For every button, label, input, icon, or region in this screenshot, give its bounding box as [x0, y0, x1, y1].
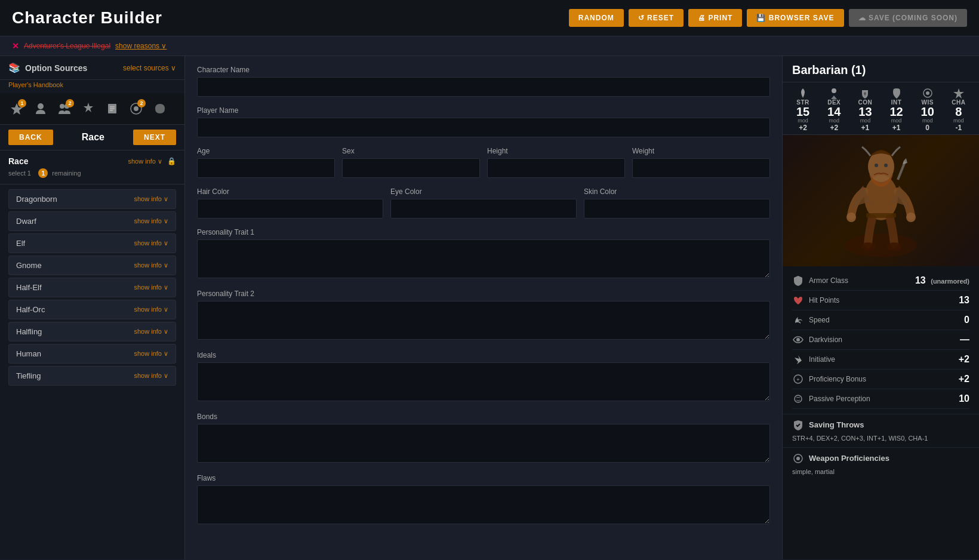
str-icon	[797, 87, 809, 99]
character-name-group: Character Name	[197, 66, 770, 97]
svg-point-11	[926, 91, 929, 95]
race-item-dwarf[interactable]: Dwarf show info ∨	[8, 211, 176, 231]
dex-icon	[828, 87, 840, 99]
step-icon-description[interactable]	[149, 98, 171, 119]
back-button[interactable]: BACK	[8, 130, 53, 145]
flaws-label: Flaws	[197, 474, 770, 482]
skin-color-label: Skin Color	[584, 187, 770, 196]
hit-points-label: Hit Points	[809, 296, 954, 304]
race-show-info-link[interactable]: show info ∨	[128, 158, 162, 165]
show-reasons-link[interactable]: show reasons ∨	[115, 42, 167, 50]
step-icon-race[interactable]	[30, 98, 51, 119]
age-label: Age	[197, 147, 335, 155]
svg-point-25	[795, 395, 802, 402]
svg-point-22	[796, 338, 800, 341]
weapon-prof-title: Weapon Proficiencies	[792, 453, 969, 464]
race-item-tiefling[interactable]: Tiefling show info ∨	[8, 366, 176, 386]
step-icons: 1 2 2	[0, 93, 184, 125]
browser-save-button[interactable]: 💾 BROWSER SAVE	[747, 9, 843, 27]
race-item-dragonborn[interactable]: Dragonborn show info ∨	[8, 189, 176, 209]
speed-value: 0	[964, 315, 969, 325]
step-icon-background[interactable]: 2	[54, 98, 75, 119]
race-section-header: Race show info ∨ 🔒 select 1 1 remaining	[0, 150, 184, 184]
step-icon-equipment[interactable]: 2	[125, 98, 147, 119]
char-image-area	[783, 135, 979, 266]
alert-x-icon: ✕	[12, 41, 19, 51]
age-input[interactable]	[197, 158, 335, 178]
age-group: Age	[197, 147, 335, 178]
hair-color-input[interactable]	[197, 199, 383, 219]
reset-button[interactable]: ↺ RESET	[629, 9, 684, 27]
race-item-halfling[interactable]: Halfling show info ∨	[8, 322, 176, 341]
select-sources-link[interactable]: select sources ∨	[123, 64, 176, 72]
step-icon-abilities[interactable]	[78, 98, 99, 119]
proficiency-bonus-label: Proficiency Bonus	[809, 375, 954, 383]
flaws-input[interactable]	[197, 485, 770, 524]
height-input[interactable]	[487, 158, 625, 178]
char-class-name: Barbarian (1)	[792, 63, 866, 76]
proficiency-bonus-row: + Proficiency Bonus +2	[792, 370, 969, 389]
stat-cha: CHA 8 mod -1	[946, 87, 972, 132]
skin-color-input[interactable]	[584, 199, 770, 219]
stat-wis: WIS 10 mod 0	[915, 87, 941, 132]
race-item-human[interactable]: Human show info ∨	[8, 344, 176, 364]
weight-input[interactable]	[632, 158, 770, 178]
personality-trait2-group: Personality Trait 2	[197, 290, 770, 341]
race-title: Race	[8, 156, 28, 166]
main-layout: 📚 Option Sources select sources ∨ Player…	[0, 56, 979, 559]
personality-trait1-input[interactable]	[197, 239, 770, 278]
eye-color-input[interactable]	[390, 199, 577, 219]
race-item-half-elf[interactable]: Half-Elf show info ∨	[8, 278, 176, 297]
speed-row: Speed 0	[792, 310, 969, 330]
left-sidebar: 📚 Option Sources select sources ∨ Player…	[0, 56, 185, 559]
option-sources-icon: 📚	[8, 62, 20, 73]
stats-row: STR 15 mod +2 DEX 14 mod +2 CON	[783, 82, 979, 135]
sex-label: Sex	[342, 147, 480, 155]
svg-point-17	[861, 242, 875, 251]
svg-point-12	[845, 233, 917, 257]
stat-dex: DEX 14 mod +2	[821, 87, 847, 132]
player-name-input[interactable]	[197, 118, 770, 137]
print-button[interactable]: 🖨 PRINT	[688, 9, 742, 27]
weapon-prof-icon	[792, 453, 804, 464]
flaws-group: Flaws	[197, 474, 770, 526]
character-name-input[interactable]	[197, 77, 770, 97]
darkvision-label: Darkvision	[809, 336, 955, 344]
skin-color-group: Skin Color	[584, 187, 770, 219]
weight-label: Weight	[632, 147, 770, 155]
initiative-value: +2	[959, 354, 969, 365]
race-item-half-orc[interactable]: Half-Orc show info ∨	[8, 300, 176, 319]
darkvision-icon	[792, 334, 804, 346]
speed-label: Speed	[809, 316, 959, 324]
eye-color-label: Eye Color	[390, 187, 577, 196]
personality-trait2-input[interactable]	[197, 301, 770, 340]
svg-point-1	[60, 104, 64, 109]
height-label: Height	[487, 147, 625, 155]
step-icon-spells[interactable]	[101, 98, 123, 119]
race-item-elf[interactable]: Elf show info ∨	[8, 233, 176, 253]
players-handbook-link[interactable]: Player's Handbook	[0, 80, 184, 93]
step-label: Race	[82, 132, 104, 143]
eye-color-group: Eye Color	[390, 187, 577, 219]
personality-trait1-group: Personality Trait 1	[197, 228, 770, 280]
race-lock-icon: 🔒	[167, 157, 176, 165]
weapon-prof-label: Weapon Proficiencies	[809, 454, 889, 463]
cloud-save-button: ☁ SAVE (COMING SOON)	[849, 9, 967, 27]
svg-point-8	[134, 106, 138, 111]
next-button[interactable]: NEXT	[133, 130, 176, 145]
race-item-gnome[interactable]: Gnome show info ∨	[8, 256, 176, 275]
player-name-group: Player Name	[197, 106, 770, 137]
ideals-input[interactable]	[197, 362, 770, 401]
proficiency-bonus-value: +2	[959, 374, 969, 384]
step-badge-1: 1	[18, 99, 26, 107]
hair-color-label: Hair Color	[197, 187, 383, 196]
random-button[interactable]: Random	[569, 9, 624, 27]
sex-input[interactable]	[342, 158, 480, 178]
step-icon-class[interactable]: 1	[6, 98, 27, 119]
personality-trait1-label: Personality Trait 1	[197, 228, 770, 236]
sex-group: Sex	[342, 147, 480, 178]
saving-throws-icon	[792, 419, 804, 431]
svg-point-15	[846, 213, 856, 222]
bonds-input[interactable]	[197, 424, 770, 463]
svg-point-0	[38, 103, 44, 109]
